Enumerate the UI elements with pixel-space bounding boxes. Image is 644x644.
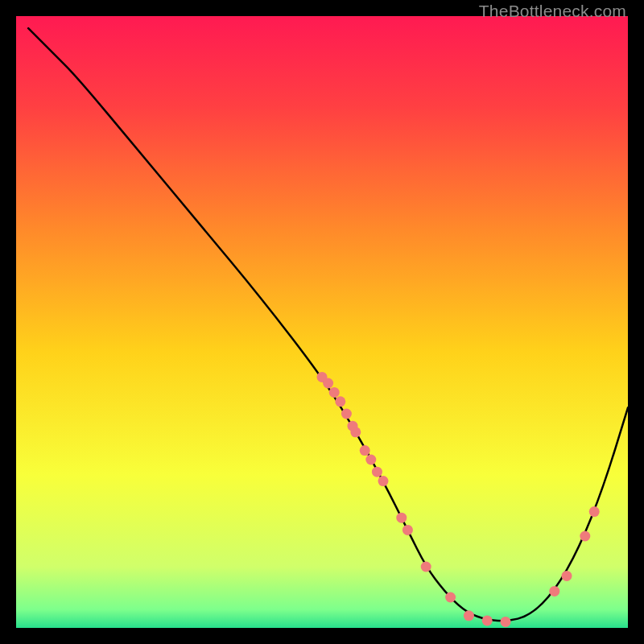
data-point: [421, 562, 431, 572]
data-point: [323, 378, 333, 389]
data-point: [335, 396, 345, 407]
data-point: [562, 571, 572, 581]
data-point: [396, 513, 407, 523]
data-point: [378, 476, 389, 486]
data-point: [482, 615, 493, 625]
chart-frame: [16, 16, 628, 628]
data-point: [341, 409, 352, 419]
data-point: [329, 387, 340, 398]
data-point: [365, 455, 376, 465]
data-point: [350, 427, 361, 437]
data-point: [501, 617, 511, 627]
data-point: [402, 525, 413, 535]
data-point: [589, 506, 600, 517]
data-point: [360, 445, 370, 456]
data-point: [464, 610, 474, 621]
data-point: [445, 592, 456, 603]
watermark-text: TheBottleneck.com: [479, 2, 626, 21]
data-point: [580, 531, 590, 542]
gradient-background: [16, 16, 628, 628]
data-point: [549, 586, 559, 597]
data-point: [372, 467, 382, 477]
chart-canvas: [16, 16, 628, 628]
